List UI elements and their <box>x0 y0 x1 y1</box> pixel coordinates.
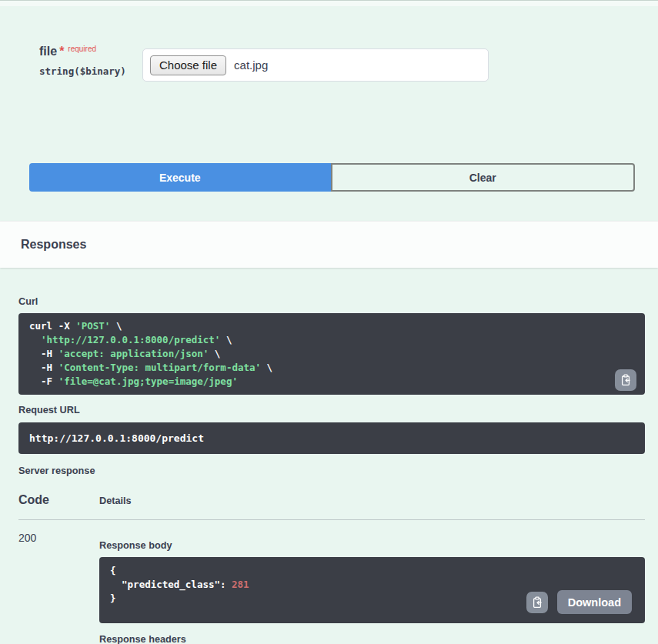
response-details-cell: Response body { "predicted_class": 281} <box>99 520 645 644</box>
required-label: required <box>68 45 96 53</box>
download-button[interactable]: Download <box>557 590 632 614</box>
curl-command-block: curl -X 'POST' \ 'http://127.0.0.1:8000/… <box>18 313 645 395</box>
choose-file-button[interactable]: Choose file <box>150 55 226 75</box>
details-column-header: Details <box>99 493 132 507</box>
responses-section-header: Responses <box>0 221 658 268</box>
request-url-label: Request URL <box>18 405 645 415</box>
file-input[interactable]: Choose file cat.jpg <box>142 48 489 82</box>
responses-section-body: Curl curl -X 'POST' \ 'http://127.0.0.1:… <box>0 296 658 644</box>
clipboard-copy-icon <box>531 596 543 609</box>
parameter-name: file*required <box>39 45 126 58</box>
response-body-block: { "predicted_class": 281} Download <box>99 557 645 623</box>
status-code: 200 <box>18 520 99 644</box>
copy-to-clipboard-button[interactable] <box>615 369 636 391</box>
request-url-value: http://127.0.0.1:8000/predict <box>18 422 645 454</box>
parameter-row: file*required string($binary) <box>39 45 126 77</box>
server-response-row: 200 Response body { "predicted_class": 2… <box>18 520 645 644</box>
parameters-section: file*required string($binary) Choose fil… <box>0 6 658 221</box>
response-body-label: Response body <box>99 540 645 551</box>
responses-title: Responses <box>21 238 86 252</box>
curl-label: Curl <box>18 296 645 307</box>
server-response-table-header: Code Details <box>18 493 645 520</box>
clipboard-copy-icon <box>620 374 632 386</box>
execute-button[interactable]: Execute <box>29 163 331 192</box>
clear-button[interactable]: Clear <box>331 163 636 192</box>
server-response-label: Server response <box>18 465 645 476</box>
parameter-type: string($binary) <box>39 65 126 77</box>
response-body-actions: Download <box>526 590 632 614</box>
action-buttons-row: Execute Clear <box>29 163 635 192</box>
response-headers-label: Response headers <box>99 634 645 644</box>
selected-file-name: cat.jpg <box>234 58 268 72</box>
code-column-header: Code <box>18 493 99 507</box>
required-asterisk: * <box>59 45 64 58</box>
curl-command-text: curl -X 'POST' \ 'http://127.0.0.1:8000/… <box>29 319 634 389</box>
section-divider <box>0 0 658 6</box>
parameter-name-text: file <box>39 45 57 58</box>
swagger-operation-panel: file*required string($binary) Choose fil… <box>0 0 658 644</box>
copy-response-button[interactable] <box>526 592 548 613</box>
